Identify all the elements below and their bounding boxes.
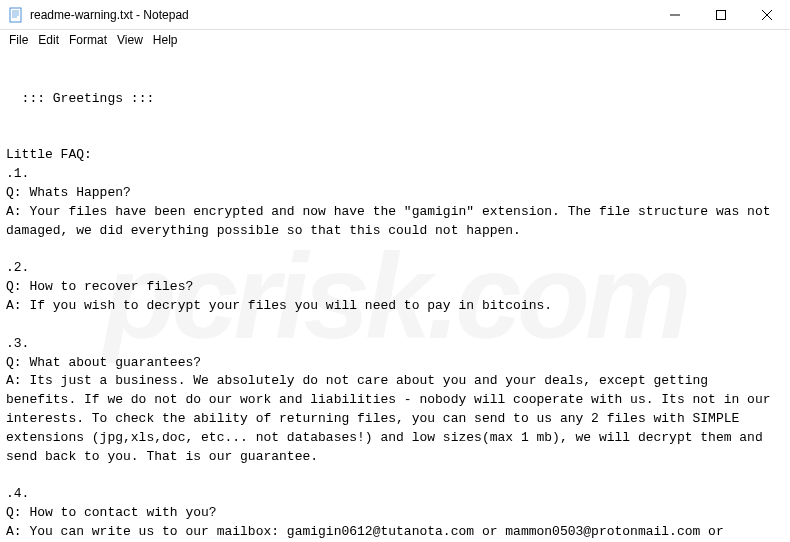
maximize-button[interactable] [698, 0, 744, 30]
close-button[interactable] [744, 0, 790, 30]
svg-rect-6 [717, 11, 726, 20]
notepad-icon [8, 7, 24, 23]
menu-help[interactable]: Help [148, 33, 183, 47]
menubar: File Edit Format View Help [0, 30, 790, 50]
text-area[interactable]: pcrisk.com ::: Greetings ::: Little FAQ:… [0, 50, 790, 542]
document-text: ::: Greetings ::: Little FAQ: .1. Q: Wha… [6, 91, 786, 542]
minimize-button[interactable] [652, 0, 698, 30]
titlebar: readme-warning.txt - Notepad [0, 0, 790, 30]
menu-edit[interactable]: Edit [33, 33, 64, 47]
window-title: readme-warning.txt - Notepad [30, 8, 652, 22]
menu-view[interactable]: View [112, 33, 148, 47]
menu-format[interactable]: Format [64, 33, 112, 47]
menu-file[interactable]: File [4, 33, 33, 47]
window-controls [652, 0, 790, 29]
